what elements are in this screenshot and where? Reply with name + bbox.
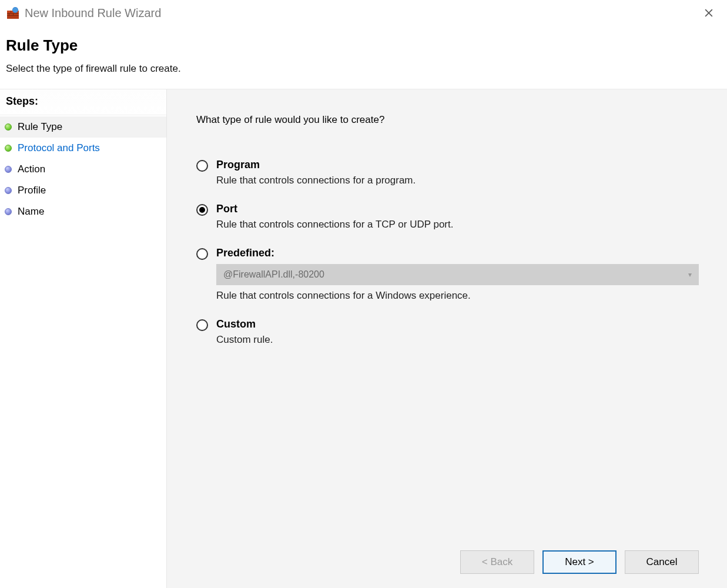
svg-rect-6 <box>9 13 9 15</box>
step-bullet-icon <box>5 123 12 131</box>
svg-rect-2 <box>7 15 19 16</box>
step-label: Protocol and Ports <box>18 142 100 154</box>
window-title: New Inbound Rule Wizard <box>25 6 161 20</box>
next-button[interactable]: Next > <box>542 550 617 574</box>
close-button[interactable] <box>695 4 722 22</box>
radio-custom[interactable] <box>196 319 208 331</box>
step-bullet-icon <box>5 166 12 173</box>
option-body: Predefined: @FirewallAPI.dll,-80200 ▾ Ru… <box>216 247 699 302</box>
cancel-button[interactable]: Cancel <box>625 550 699 574</box>
step-label: Name <box>18 206 44 218</box>
wizard-header: Rule Type Select the type of firewall ru… <box>0 26 727 89</box>
option-body: Port Rule that controls connections for … <box>216 203 699 230</box>
rule-type-options: Program Rule that controls connections f… <box>196 159 699 346</box>
option-title: Port <box>216 203 699 215</box>
radio-program[interactable] <box>196 160 208 172</box>
option-custom[interactable]: Custom Custom rule. <box>196 318 699 346</box>
close-icon <box>705 9 713 17</box>
question-text: What type of rule would you like to crea… <box>196 114 699 126</box>
option-desc: Rule that controls connections for a pro… <box>216 175 699 186</box>
predefined-select: @FirewallAPI.dll,-80200 ▾ <box>216 264 699 285</box>
step-bullet-icon <box>5 187 12 194</box>
option-program[interactable]: Program Rule that controls connections f… <box>196 159 699 186</box>
option-body: Program Rule that controls connections f… <box>216 159 699 186</box>
wizard-footer: < Back Next > Cancel <box>460 550 699 574</box>
page-subtitle: Select the type of firewall rule to crea… <box>6 63 721 75</box>
title-bar: New Inbound Rule Wizard <box>0 0 727 26</box>
svg-rect-4 <box>11 11 11 13</box>
option-title: Program <box>216 159 699 171</box>
main-panel: What type of rule would you like to crea… <box>167 89 727 588</box>
option-predefined[interactable]: Predefined: @FirewallAPI.dll,-80200 ▾ Ru… <box>196 247 699 302</box>
step-label: Profile <box>18 185 46 196</box>
predefined-select-value: @FirewallAPI.dll,-80200 <box>223 269 324 280</box>
step-rule-type[interactable]: Rule Type <box>0 116 166 138</box>
svg-rect-7 <box>13 13 14 15</box>
wizard-window: New Inbound Rule Wizard Rule Type Select… <box>0 0 727 588</box>
steps-sidebar: Steps: Rule Type Protocol and Ports Acti… <box>0 89 167 588</box>
step-protocol-and-ports[interactable]: Protocol and Ports <box>0 138 166 159</box>
step-list: Rule Type Protocol and Ports Action Prof… <box>0 115 166 222</box>
step-action[interactable]: Action <box>0 159 166 180</box>
option-desc: Custom rule. <box>216 334 699 346</box>
steps-heading: Steps: <box>0 89 166 115</box>
step-label: Action <box>18 163 45 175</box>
step-name[interactable]: Name <box>0 201 166 222</box>
radio-port[interactable] <box>196 204 208 216</box>
option-desc: Rule that controls connections for a TCP… <box>216 219 699 230</box>
option-title: Predefined: <box>216 247 699 259</box>
back-button: < Back <box>460 550 534 574</box>
wizard-body: Steps: Rule Type Protocol and Ports Acti… <box>0 89 727 588</box>
step-profile[interactable]: Profile <box>0 180 166 201</box>
firewall-icon <box>7 7 19 19</box>
chevron-down-icon: ▾ <box>688 270 692 279</box>
step-bullet-icon <box>5 208 12 215</box>
page-title: Rule Type <box>6 36 721 55</box>
option-title: Custom <box>216 318 699 330</box>
step-bullet-icon <box>5 145 12 152</box>
option-port[interactable]: Port Rule that controls connections for … <box>196 203 699 230</box>
option-desc: Rule that controls connections for a Win… <box>216 290 699 302</box>
radio-predefined[interactable] <box>196 248 208 260</box>
step-label: Rule Type <box>18 121 62 133</box>
option-body: Custom Custom rule. <box>216 318 699 346</box>
